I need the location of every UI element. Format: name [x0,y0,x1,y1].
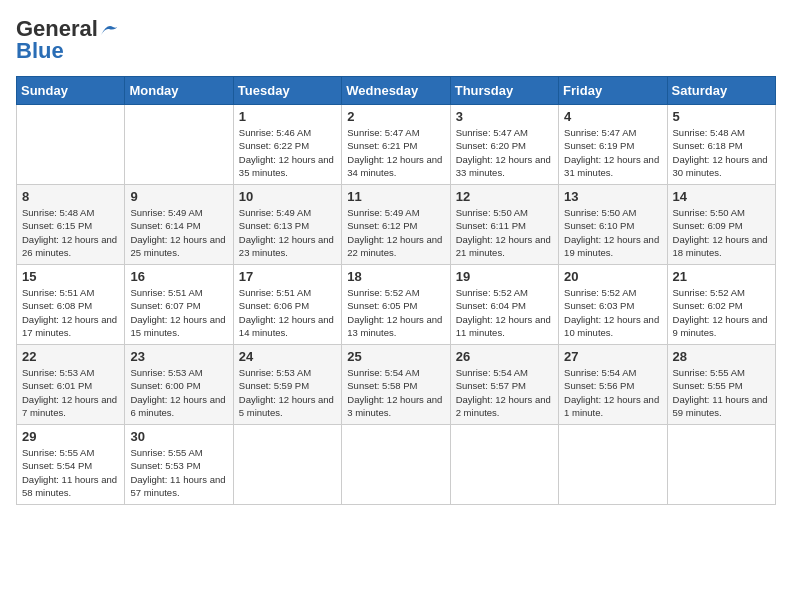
day-number: 23 [130,349,227,364]
day-info: Sunrise: 5:47 AMSunset: 6:19 PMDaylight:… [564,126,661,179]
day-info: Sunrise: 5:53 AMSunset: 6:01 PMDaylight:… [22,366,119,419]
day-info: Sunrise: 5:51 AMSunset: 6:08 PMDaylight:… [22,286,119,339]
weekday-header-monday: Monday [125,77,233,105]
calendar-cell: 2Sunrise: 5:47 AMSunset: 6:21 PMDaylight… [342,105,450,185]
day-info: Sunrise: 5:51 AMSunset: 6:07 PMDaylight:… [130,286,227,339]
day-info: Sunrise: 5:47 AMSunset: 6:21 PMDaylight:… [347,126,444,179]
calendar-cell: 24Sunrise: 5:53 AMSunset: 5:59 PMDayligh… [233,345,341,425]
day-info: Sunrise: 5:52 AMSunset: 6:02 PMDaylight:… [673,286,770,339]
day-number: 3 [456,109,553,124]
day-info: Sunrise: 5:46 AMSunset: 6:22 PMDaylight:… [239,126,336,179]
day-info: Sunrise: 5:52 AMSunset: 6:03 PMDaylight:… [564,286,661,339]
day-info: Sunrise: 5:49 AMSunset: 6:12 PMDaylight:… [347,206,444,259]
day-info: Sunrise: 5:47 AMSunset: 6:20 PMDaylight:… [456,126,553,179]
calendar-cell: 18Sunrise: 5:52 AMSunset: 6:05 PMDayligh… [342,265,450,345]
day-number: 12 [456,189,553,204]
calendar-table: SundayMondayTuesdayWednesdayThursdayFrid… [16,76,776,505]
calendar-cell: 20Sunrise: 5:52 AMSunset: 6:03 PMDayligh… [559,265,667,345]
calendar-cell: 21Sunrise: 5:52 AMSunset: 6:02 PMDayligh… [667,265,775,345]
day-info: Sunrise: 5:49 AMSunset: 6:14 PMDaylight:… [130,206,227,259]
day-info: Sunrise: 5:49 AMSunset: 6:13 PMDaylight:… [239,206,336,259]
day-number: 24 [239,349,336,364]
weekday-header-sunday: Sunday [17,77,125,105]
calendar-cell: 9Sunrise: 5:49 AMSunset: 6:14 PMDaylight… [125,185,233,265]
calendar-cell: 27Sunrise: 5:54 AMSunset: 5:56 PMDayligh… [559,345,667,425]
day-number: 22 [22,349,119,364]
day-info: Sunrise: 5:51 AMSunset: 6:06 PMDaylight:… [239,286,336,339]
day-number: 20 [564,269,661,284]
day-info: Sunrise: 5:50 AMSunset: 6:10 PMDaylight:… [564,206,661,259]
day-number: 8 [22,189,119,204]
calendar-cell: 19Sunrise: 5:52 AMSunset: 6:04 PMDayligh… [450,265,558,345]
weekday-header-wednesday: Wednesday [342,77,450,105]
day-number: 26 [456,349,553,364]
weekday-header-saturday: Saturday [667,77,775,105]
day-number: 30 [130,429,227,444]
day-info: Sunrise: 5:54 AMSunset: 5:56 PMDaylight:… [564,366,661,419]
day-number: 1 [239,109,336,124]
day-number: 29 [22,429,119,444]
calendar-cell [450,425,558,505]
day-number: 2 [347,109,444,124]
calendar-cell: 15Sunrise: 5:51 AMSunset: 6:08 PMDayligh… [17,265,125,345]
day-info: Sunrise: 5:54 AMSunset: 5:57 PMDaylight:… [456,366,553,419]
calendar-cell: 30Sunrise: 5:55 AMSunset: 5:53 PMDayligh… [125,425,233,505]
day-info: Sunrise: 5:55 AMSunset: 5:55 PMDaylight:… [673,366,770,419]
calendar-cell: 16Sunrise: 5:51 AMSunset: 6:07 PMDayligh… [125,265,233,345]
day-number: 4 [564,109,661,124]
day-info: Sunrise: 5:50 AMSunset: 6:09 PMDaylight:… [673,206,770,259]
calendar-cell: 5Sunrise: 5:48 AMSunset: 6:18 PMDaylight… [667,105,775,185]
calendar-cell: 4Sunrise: 5:47 AMSunset: 6:19 PMDaylight… [559,105,667,185]
calendar-cell [233,425,341,505]
logo-bird-icon [99,21,121,37]
day-number: 11 [347,189,444,204]
calendar-cell [667,425,775,505]
day-info: Sunrise: 5:53 AMSunset: 6:00 PMDaylight:… [130,366,227,419]
day-number: 27 [564,349,661,364]
day-number: 19 [456,269,553,284]
day-info: Sunrise: 5:48 AMSunset: 6:15 PMDaylight:… [22,206,119,259]
calendar-cell: 26Sunrise: 5:54 AMSunset: 5:57 PMDayligh… [450,345,558,425]
calendar-cell: 17Sunrise: 5:51 AMSunset: 6:06 PMDayligh… [233,265,341,345]
day-number: 5 [673,109,770,124]
day-number: 10 [239,189,336,204]
day-number: 13 [564,189,661,204]
day-number: 9 [130,189,227,204]
day-info: Sunrise: 5:55 AMSunset: 5:54 PMDaylight:… [22,446,119,499]
day-info: Sunrise: 5:53 AMSunset: 5:59 PMDaylight:… [239,366,336,419]
day-number: 16 [130,269,227,284]
day-info: Sunrise: 5:52 AMSunset: 6:04 PMDaylight:… [456,286,553,339]
day-number: 14 [673,189,770,204]
calendar-cell: 29Sunrise: 5:55 AMSunset: 5:54 PMDayligh… [17,425,125,505]
calendar-cell: 8Sunrise: 5:48 AMSunset: 6:15 PMDaylight… [17,185,125,265]
calendar-cell: 22Sunrise: 5:53 AMSunset: 6:01 PMDayligh… [17,345,125,425]
calendar-cell: 10Sunrise: 5:49 AMSunset: 6:13 PMDayligh… [233,185,341,265]
day-number: 28 [673,349,770,364]
calendar-cell: 12Sunrise: 5:50 AMSunset: 6:11 PMDayligh… [450,185,558,265]
calendar-cell: 23Sunrise: 5:53 AMSunset: 6:00 PMDayligh… [125,345,233,425]
logo: General Blue [16,16,122,64]
calendar-cell [559,425,667,505]
weekday-header-thursday: Thursday [450,77,558,105]
weekday-header-friday: Friday [559,77,667,105]
day-info: Sunrise: 5:54 AMSunset: 5:58 PMDaylight:… [347,366,444,419]
day-info: Sunrise: 5:48 AMSunset: 6:18 PMDaylight:… [673,126,770,179]
day-number: 18 [347,269,444,284]
weekday-header-tuesday: Tuesday [233,77,341,105]
calendar-cell [125,105,233,185]
day-number: 25 [347,349,444,364]
day-number: 17 [239,269,336,284]
calendar-cell: 28Sunrise: 5:55 AMSunset: 5:55 PMDayligh… [667,345,775,425]
calendar-cell: 1Sunrise: 5:46 AMSunset: 6:22 PMDaylight… [233,105,341,185]
calendar-cell: 25Sunrise: 5:54 AMSunset: 5:58 PMDayligh… [342,345,450,425]
calendar-cell: 3Sunrise: 5:47 AMSunset: 6:20 PMDaylight… [450,105,558,185]
day-number: 15 [22,269,119,284]
calendar-cell [342,425,450,505]
calendar-cell: 11Sunrise: 5:49 AMSunset: 6:12 PMDayligh… [342,185,450,265]
day-info: Sunrise: 5:52 AMSunset: 6:05 PMDaylight:… [347,286,444,339]
calendar-cell: 14Sunrise: 5:50 AMSunset: 6:09 PMDayligh… [667,185,775,265]
calendar-cell: 13Sunrise: 5:50 AMSunset: 6:10 PMDayligh… [559,185,667,265]
logo-blue-text: Blue [16,38,64,64]
calendar-cell [17,105,125,185]
day-info: Sunrise: 5:50 AMSunset: 6:11 PMDaylight:… [456,206,553,259]
